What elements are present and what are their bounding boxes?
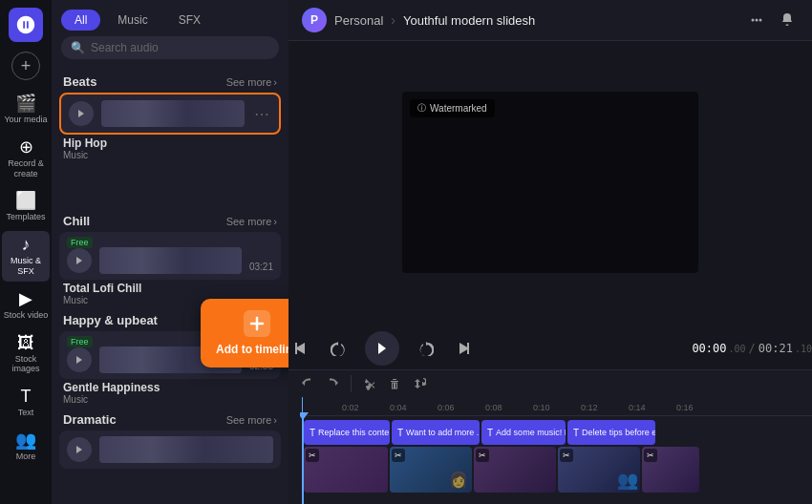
caption-chip-2[interactable]: T Want to add more ... bbox=[392, 420, 480, 445]
play-pause-button[interactable] bbox=[365, 331, 399, 366]
clip-people-2: 👥 bbox=[617, 470, 638, 491]
dramatic-see-more[interactable]: See more › bbox=[226, 414, 277, 426]
video-clip-4[interactable]: ✂ 👥 bbox=[558, 447, 640, 493]
topbar-more-button[interactable] bbox=[745, 9, 768, 32]
caption-text-3: Add some music! N... bbox=[496, 428, 566, 437]
current-time-ms: .00 bbox=[729, 344, 746, 354]
sidebar-item-your-media[interactable]: 🎬 Your media bbox=[2, 90, 50, 130]
track-dramatic-placeholder[interactable] bbox=[59, 430, 281, 469]
redo-button[interactable] bbox=[323, 374, 342, 393]
lofi-waveform bbox=[99, 247, 242, 274]
toolbar-separator-1 bbox=[351, 375, 352, 392]
tab-music[interactable]: Music bbox=[104, 10, 160, 31]
sidebar-item-templates[interactable]: ⬜ Templates bbox=[2, 187, 50, 227]
playhead[interactable] bbox=[302, 416, 304, 504]
topbar: P Personal › Youthful modern slidesh bbox=[288, 0, 812, 41]
stock-images-icon: 🖼 bbox=[17, 334, 34, 351]
gentle-type: Music bbox=[63, 394, 277, 405]
caption-chip-1[interactable]: T Replace this conte... bbox=[304, 420, 390, 445]
gentle-info: Gentle Happiness Music bbox=[59, 381, 281, 405]
clip-scissors-icon-4: ✂ bbox=[560, 449, 573, 462]
breadcrumb-personal[interactable]: Personal bbox=[334, 13, 383, 28]
ruler-mark-004: 0:04 bbox=[390, 403, 407, 412]
video-clip-1[interactable]: ✂ bbox=[304, 447, 388, 493]
sidebar-item-stock-images[interactable]: 🖼 Stock images bbox=[2, 329, 50, 380]
dramatic-title: Dramatic bbox=[63, 412, 117, 427]
lofi-play-button[interactable] bbox=[67, 248, 92, 273]
svg-marker-5 bbox=[76, 446, 82, 453]
tab-sfx[interactable]: SFX bbox=[165, 10, 214, 31]
sidebar-item-text[interactable]: T Text bbox=[2, 383, 50, 423]
caption-t-icon-4: T bbox=[573, 428, 579, 438]
ruler-mark-002: 0:02 bbox=[342, 403, 359, 412]
delete-button[interactable] bbox=[385, 374, 404, 393]
search-icon: 🔍 bbox=[71, 41, 85, 54]
undo-button[interactable] bbox=[298, 374, 317, 393]
gentle-name: Gentle Happiness bbox=[63, 381, 277, 394]
rewind-button[interactable] bbox=[327, 337, 350, 360]
sidebar-item-record-create[interactable]: ⊕ Record &create bbox=[2, 134, 50, 184]
project-title: Youthful modern slidesh bbox=[403, 13, 535, 28]
clip-scissors-icon-3: ✂ bbox=[476, 449, 489, 462]
main-area: P Personal › Youthful modern slidesh ⓘ W… bbox=[288, 0, 812, 504]
caption-text-4: Delete tips before e... bbox=[582, 428, 655, 437]
stock-video-icon: ▶ bbox=[19, 290, 32, 307]
svg-point-7 bbox=[756, 19, 759, 22]
timeline-area: 0:02 0:04 0:06 0:08 0:10 0:12 0:14 0:16 … bbox=[288, 397, 812, 504]
dramatic-section-header: Dramatic See more › bbox=[63, 412, 277, 427]
skip-back-button[interactable] bbox=[288, 337, 311, 360]
ruler-mark-008: 0:08 bbox=[485, 403, 502, 412]
hip-hop-play-button[interactable] bbox=[69, 101, 94, 126]
video-clip-2[interactable]: ✂ 👩 bbox=[390, 447, 472, 493]
sidebar-item-stock-video[interactable]: ▶ Stock video bbox=[2, 285, 50, 326]
clip-people-1: 👩 bbox=[449, 471, 468, 489]
more-icon: 👥 bbox=[15, 431, 36, 449]
skip-forward-button[interactable] bbox=[453, 337, 476, 360]
sidebar-item-more[interactable]: 👥 More bbox=[2, 427, 50, 467]
watermark-badge: ⓘ Watermarked bbox=[410, 99, 495, 117]
app-logo[interactable] bbox=[9, 8, 43, 42]
caption-t-icon-2: T bbox=[397, 428, 403, 438]
breadcrumb-separator: › bbox=[391, 12, 395, 28]
caption-chip-4[interactable]: T Delete tips before e... bbox=[567, 420, 655, 445]
caption-chip-3[interactable]: T Add some music! N... bbox=[481, 420, 566, 445]
text-icon: T bbox=[21, 388, 32, 405]
timeline-left-margin bbox=[288, 397, 300, 504]
transform-button[interactable] bbox=[410, 374, 429, 393]
track-total-lofi-chill[interactable]: Free 03:21 bbox=[59, 232, 281, 280]
caption-t-icon-1: T bbox=[310, 428, 315, 438]
tab-all[interactable]: All bbox=[61, 10, 100, 31]
topbar-notifications-button[interactable] bbox=[776, 9, 799, 32]
timeline-content[interactable]: 0:02 0:04 0:06 0:08 0:10 0:12 0:14 0:16 … bbox=[300, 397, 812, 504]
sidebar-item-music-sfx[interactable]: ♪ Music & SFX bbox=[2, 231, 50, 282]
chill-title: Chill bbox=[63, 214, 90, 228]
hip-hop-more-icon[interactable]: ⋯ bbox=[252, 105, 271, 123]
search-input[interactable] bbox=[91, 41, 269, 54]
ruler-mark-016: 0:16 bbox=[676, 403, 694, 412]
svg-marker-3 bbox=[76, 257, 82, 264]
add-timeline-label: Add to timeline bbox=[216, 343, 288, 356]
dramatic-play-button[interactable] bbox=[67, 437, 92, 462]
beats-title: Beats bbox=[63, 74, 96, 89]
video-clip-3[interactable]: ✂ bbox=[474, 447, 556, 493]
add-timeline-popup[interactable]: Add to timeline bbox=[201, 299, 288, 368]
gentle-play-button[interactable] bbox=[67, 347, 92, 372]
svg-marker-9 bbox=[378, 343, 386, 354]
track-hip-hop[interactable]: ⋯ bbox=[59, 93, 281, 135]
video-frame: ⓘ Watermarked bbox=[402, 92, 698, 273]
time-display: 00:00 .00 / 00:21 .10 bbox=[692, 342, 812, 355]
preview-area: ⓘ Watermarked bbox=[288, 41, 812, 324]
ruler-mark-010: 0:10 bbox=[533, 403, 550, 412]
add-button[interactable]: + bbox=[11, 52, 40, 80]
caption-text-1: Replace this conte... bbox=[318, 428, 390, 437]
video-clip-5[interactable]: ✂ bbox=[642, 447, 699, 493]
beats-section-header: Beats See more › bbox=[63, 74, 277, 89]
cut-button[interactable] bbox=[360, 374, 379, 393]
search-bar: 🔍 bbox=[61, 36, 279, 59]
beats-see-more[interactable]: See more › bbox=[226, 76, 277, 88]
watermark-icon: ⓘ bbox=[417, 102, 426, 115]
audio-tabs: All Music SFX bbox=[52, 0, 288, 36]
chill-see-more[interactable]: See more › bbox=[226, 216, 277, 227]
fast-forward-button[interactable] bbox=[415, 337, 438, 360]
timeline-toolbar bbox=[288, 369, 812, 397]
